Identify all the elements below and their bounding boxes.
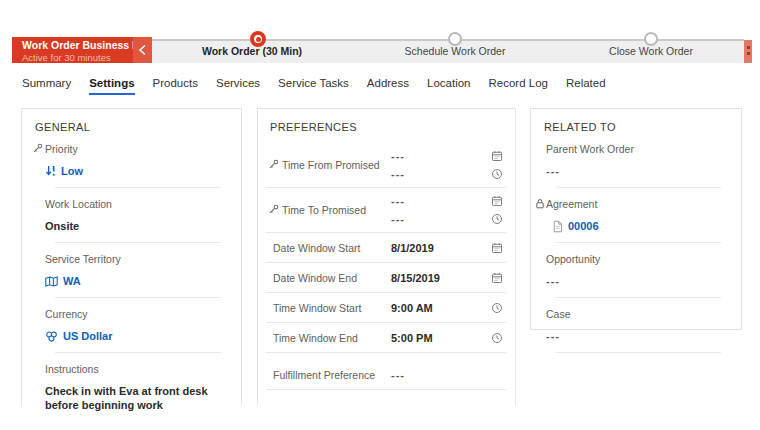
field-instructions-label: Instructions: [45, 363, 231, 376]
time-to-promised-date-value[interactable]: ---: [391, 195, 405, 207]
divider: [556, 242, 721, 243]
priority-value[interactable]: Low: [45, 164, 231, 178]
lock-icon: [535, 198, 545, 209]
field-parent-work-order-label: Parent Work Order: [546, 143, 731, 156]
tab-service-tasks[interactable]: Service Tasks: [278, 77, 349, 95]
date-window-end-value[interactable]: 8/15/2019: [391, 272, 491, 284]
tab-location[interactable]: Location: [427, 77, 470, 95]
parent-work-order-value[interactable]: ---: [546, 164, 731, 178]
case-value[interactable]: ---: [546, 329, 731, 343]
tab-address[interactable]: Address: [367, 77, 409, 95]
calendar-icon[interactable]: [491, 272, 503, 284]
clock-icon[interactable]: [491, 302, 503, 314]
clock-icon[interactable]: [491, 168, 503, 180]
key-icon: [268, 204, 279, 215]
field-case: Case ---: [531, 308, 741, 353]
field-instructions: Instructions Check in with Eva at front …: [22, 363, 241, 430]
priority-low-icon: [45, 165, 56, 177]
field-time-to-promised-label: Time To Promised: [266, 204, 366, 216]
preferences-section: PREFERENCES Time From Promised --- ---: [257, 108, 516, 405]
tab-record-log[interactable]: Record Log: [488, 77, 547, 95]
general-section: GENERAL Priority Low Work Location Onsit…: [21, 108, 242, 405]
bpf-track: Work Order (30 Min) Schedule Work Order …: [152, 40, 752, 63]
bpf-collapse-button[interactable]: [133, 37, 152, 63]
field-opportunity: Opportunity ---: [531, 253, 741, 298]
field-service-territory-label: Service Territory: [45, 253, 231, 266]
tab-related[interactable]: Related: [566, 77, 606, 95]
field-fulfillment-preference-label: Fulfillment Preference: [266, 369, 384, 381]
field-priority-label: Priority: [45, 143, 231, 156]
currency-value[interactable]: US Dollar: [45, 329, 231, 343]
bpf-banner-title: Work Order Business Pro...: [22, 40, 133, 51]
field-time-window-end-label: Time Window End: [266, 332, 384, 344]
time-to-promised-time-value[interactable]: ---: [391, 213, 405, 225]
time-from-promised-date-value[interactable]: ---: [391, 150, 405, 162]
opportunity-value[interactable]: ---: [546, 274, 731, 288]
tab-services[interactable]: Services: [216, 77, 260, 95]
fulfillment-preference-value[interactable]: ---: [391, 369, 507, 381]
instructions-value[interactable]: Check in with Eva at front desk before b…: [45, 384, 220, 412]
time-from-promised-time-value[interactable]: ---: [391, 168, 405, 180]
field-agreement: Agreement 00006: [531, 198, 741, 243]
field-priority: Priority Low: [22, 143, 241, 188]
key-icon: [268, 159, 279, 170]
divider: [556, 187, 721, 188]
form-tabs: Summary Settings Products Services Servi…: [22, 77, 606, 95]
bpf-overflow-flag[interactable]: [744, 40, 752, 63]
agreement-value[interactable]: 00006: [552, 219, 731, 233]
tab-settings[interactable]: Settings: [89, 77, 134, 95]
field-work-location-label: Work Location: [45, 198, 231, 211]
field-date-window-start-label: Date Window Start: [266, 242, 384, 254]
time-window-start-value[interactable]: 9:00 AM: [391, 302, 491, 314]
field-case-label: Case: [546, 308, 731, 321]
bpf-stage-dot-close[interactable]: [644, 32, 658, 46]
work-location-value[interactable]: Onsite: [45, 219, 231, 233]
related-to-section-title: RELATED TO: [544, 121, 741, 133]
divider: [556, 297, 721, 298]
coins-icon: [45, 330, 58, 343]
document-icon: [552, 220, 563, 233]
field-time-window-end: Time Window End 5:00 PM: [266, 323, 507, 353]
field-time-window-start: Time Window Start 9:00 AM: [266, 293, 507, 323]
date-window-start-value[interactable]: 8/1/2019: [391, 242, 491, 254]
divider: [55, 297, 221, 298]
bpf-active-stage-banner[interactable]: Work Order Business Pro... Active for 30…: [12, 37, 133, 63]
divider: [55, 187, 221, 188]
bpf-stage-label-schedule[interactable]: Schedule Work Order: [405, 45, 506, 57]
field-work-location: Work Location Onsite: [22, 198, 241, 243]
bpf-banner-subtitle: Active for 30 minutes: [22, 52, 133, 63]
field-date-window-end: Date Window End 8/15/2019: [266, 263, 507, 293]
calendar-icon[interactable]: [491, 242, 503, 254]
map-icon: [45, 276, 58, 287]
tab-products[interactable]: Products: [153, 77, 198, 95]
clock-icon[interactable]: [491, 332, 503, 344]
field-parent-work-order: Parent Work Order ---: [531, 143, 741, 188]
field-time-from-promised-label: Time From Promised: [266, 159, 380, 171]
chevron-left-icon: [138, 44, 147, 56]
preferences-section-title: PREFERENCES: [270, 121, 515, 133]
general-section-title: GENERAL: [35, 121, 241, 133]
related-to-section: RELATED TO Parent Work Order --- Agreeme…: [530, 108, 742, 330]
divider: [55, 352, 221, 353]
divider: [556, 352, 721, 353]
bpf-stage-label-close[interactable]: Close Work Order: [609, 45, 693, 57]
service-territory-value[interactable]: WA: [45, 274, 231, 288]
calendar-icon[interactable]: [491, 150, 503, 162]
tab-summary[interactable]: Summary: [22, 77, 71, 95]
field-opportunity-label: Opportunity: [546, 253, 731, 266]
field-time-window-start-label: Time Window Start: [266, 302, 384, 314]
calendar-icon[interactable]: [491, 195, 503, 207]
work-order-form: Work Order Business Pro... Active for 30…: [0, 0, 760, 430]
field-fulfillment-preference: Fulfillment Preference ---: [266, 360, 507, 390]
field-time-from-promised: Time From Promised --- ---: [266, 143, 507, 188]
field-currency: Currency US Dollar: [22, 308, 241, 353]
clock-icon[interactable]: [491, 213, 503, 225]
field-agreement-label: Agreement: [546, 198, 731, 211]
field-currency-label: Currency: [45, 308, 231, 321]
time-window-end-value[interactable]: 5:00 PM: [391, 332, 491, 344]
bpf-stage-label-work-order[interactable]: Work Order (30 Min): [202, 45, 302, 57]
field-date-window-start: Date Window Start 8/1/2019: [266, 233, 507, 263]
field-date-window-end-label: Date Window End: [266, 272, 384, 284]
bpf-stage-dot-schedule[interactable]: [448, 32, 462, 46]
field-service-territory: Service Territory WA: [22, 253, 241, 298]
